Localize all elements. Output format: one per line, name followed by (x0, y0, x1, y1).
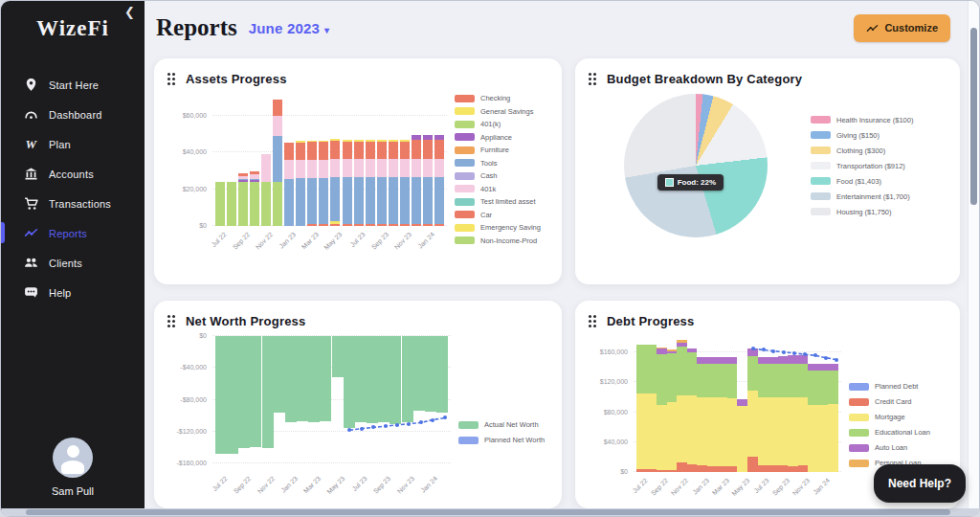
bar[interactable] (677, 340, 687, 472)
bar[interactable] (250, 336, 261, 447)
bar[interactable] (215, 336, 227, 454)
bar[interactable] (400, 140, 410, 226)
legend-item[interactable]: 401(k) (455, 120, 550, 128)
bar[interactable] (389, 140, 398, 226)
legend-item[interactable]: Appliance (455, 133, 550, 142)
sidebar-item-clients[interactable]: Clients (1, 248, 145, 278)
sidebar-item-dashboard[interactable]: Dashboard (1, 100, 145, 129)
drag-handle-icon[interactable] (589, 315, 598, 328)
legend-item[interactable]: Furniture (455, 146, 550, 154)
bar[interactable] (423, 135, 433, 226)
sidebar-item-transactions[interactable]: Transactions (1, 189, 145, 218)
bar[interactable] (390, 336, 401, 424)
bar[interactable] (320, 336, 331, 421)
bar[interactable] (367, 336, 378, 423)
bar[interactable] (768, 357, 778, 472)
bar[interactable] (647, 345, 657, 472)
bar[interactable] (250, 171, 259, 226)
bar[interactable] (261, 154, 271, 226)
drag-handle-icon[interactable] (167, 73, 177, 86)
bar[interactable] (284, 143, 294, 226)
sidebar-item-accounts[interactable]: Accounts (1, 159, 145, 189)
bar[interactable] (758, 357, 768, 472)
bar[interactable] (828, 364, 838, 472)
legend-item[interactable]: Checking (455, 94, 550, 102)
bar[interactable] (434, 135, 444, 226)
bar[interactable] (687, 348, 698, 472)
bar[interactable] (273, 100, 282, 226)
pie[interactable] (624, 94, 768, 237)
legend-item[interactable]: Actual Net Worth (458, 420, 550, 429)
sidebar-item-start-here[interactable]: Start Here (1, 70, 145, 100)
legend-item[interactable]: Health Insurance ($100) (811, 116, 948, 124)
bar[interactable] (636, 345, 647, 472)
legend-item[interactable]: Planned Debt (849, 382, 948, 391)
bar[interactable] (778, 356, 789, 472)
bar[interactable] (808, 364, 818, 472)
bar[interactable] (737, 399, 747, 472)
bar[interactable] (238, 173, 248, 226)
horizontal-scrollbar[interactable] (1, 508, 979, 516)
legend-item[interactable]: Credit Card (849, 397, 948, 406)
user-profile[interactable]: Sam Pull (1, 438, 145, 497)
bar[interactable] (697, 357, 707, 472)
period-selector[interactable]: June 2023▾ (249, 20, 330, 36)
drag-handle-icon[interactable] (589, 73, 598, 86)
bar[interactable] (285, 336, 297, 422)
bar[interactable] (402, 336, 413, 422)
legend-item[interactable]: Tools (455, 159, 550, 168)
legend-item[interactable]: Mortgage (849, 413, 948, 421)
bar[interactable] (355, 336, 367, 422)
legend-item[interactable]: Auto Loan (849, 443, 948, 452)
sidebar-item-plan[interactable]: W Plan (1, 129, 145, 159)
bar[interactable] (307, 141, 317, 226)
bar[interactable] (366, 140, 375, 226)
horizontal-scrollbar-thumb[interactable] (26, 509, 950, 515)
sidebar-collapse-icon[interactable]: ❮ (124, 5, 135, 19)
legend-item[interactable]: Clothing ($300) (811, 146, 948, 155)
bar[interactable] (227, 182, 236, 226)
bar[interactable] (330, 139, 340, 226)
legend-item[interactable]: Cash (455, 171, 550, 180)
bar[interactable] (227, 336, 238, 454)
bar[interactable] (425, 336, 436, 412)
bar[interactable] (436, 336, 448, 413)
sidebar-item-help[interactable]: Help (1, 278, 145, 307)
bar[interactable] (262, 336, 274, 448)
bar[interactable] (274, 336, 285, 413)
bar[interactable] (332, 336, 344, 377)
legend-item[interactable]: 401k (455, 185, 550, 193)
bar[interactable] (798, 355, 809, 472)
drag-handle-icon[interactable] (167, 315, 177, 328)
bar[interactable] (215, 182, 225, 226)
bar[interactable] (657, 348, 667, 472)
need-help-button[interactable]: Need Help? (874, 464, 966, 503)
bar[interactable] (747, 348, 758, 472)
legend-item[interactable]: Car (455, 211, 550, 219)
bar[interactable] (378, 336, 390, 422)
bar[interactable] (717, 357, 727, 472)
vertical-scrollbar[interactable] (968, 1, 979, 508)
bar[interactable] (344, 336, 355, 428)
bar[interactable] (343, 140, 352, 226)
legend-item[interactable]: Emergency Saving (455, 223, 550, 232)
bar[interactable] (413, 336, 425, 411)
legend-item[interactable]: Giving ($150) (811, 131, 948, 140)
legend-item[interactable]: General Savings (455, 107, 550, 116)
bar[interactable] (667, 349, 678, 472)
bar[interactable] (297, 336, 308, 421)
bar[interactable] (238, 336, 250, 448)
bar[interactable] (788, 355, 798, 472)
bar[interactable] (308, 336, 320, 422)
bar[interactable] (296, 141, 305, 226)
sidebar-item-reports[interactable]: Reports (1, 218, 145, 248)
legend-item[interactable]: Test limited asset (455, 197, 550, 206)
vertical-scrollbar-thumb[interactable] (970, 28, 977, 205)
legend-item[interactable]: Non-Income-Prod (455, 236, 550, 245)
legend-item[interactable]: Entertainment ($1,700) (811, 192, 948, 201)
bar[interactable] (319, 141, 328, 226)
bar[interactable] (377, 140, 387, 226)
bar[interactable] (354, 140, 364, 226)
legend-item[interactable]: Housing ($1,750) (811, 208, 948, 216)
bar[interactable] (818, 364, 829, 472)
